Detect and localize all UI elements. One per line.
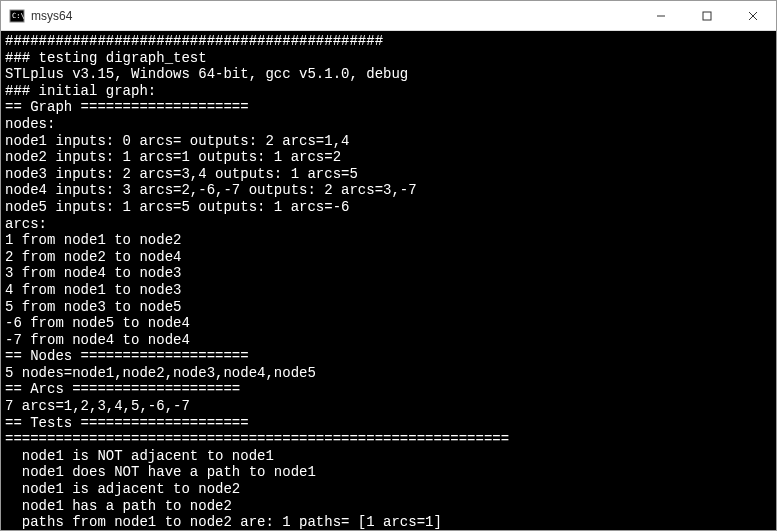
terminal-line: == Tests ==================== [5,415,772,432]
app-window: C:\ msys64 #############################… [0,0,777,531]
terminal-line: paths from node1 to node2 are: 1 paths= … [5,514,772,530]
terminal-line: ========================================… [5,431,772,448]
terminal-line: == Nodes ==================== [5,348,772,365]
terminal-line: node5 inputs: 1 arcs=5 outputs: 1 arcs=-… [5,199,772,216]
terminal-line: node3 inputs: 2 arcs=3,4 outputs: 1 arcs… [5,166,772,183]
terminal-line: 4 from node1 to node3 [5,282,772,299]
terminal-line: 5 from node3 to node5 [5,299,772,316]
terminal-line: ########################################… [5,33,772,50]
terminal-line: node1 is adjacent to node2 [5,481,772,498]
window-title: msys64 [31,9,638,23]
minimize-button[interactable] [638,1,684,30]
terminal-line: node1 inputs: 0 arcs= outputs: 2 arcs=1,… [5,133,772,150]
terminal-line: 5 nodes=node1,node2,node3,node4,node5 [5,365,772,382]
terminal-line: node1 has a path to node2 [5,498,772,515]
terminal-line: nodes: [5,116,772,133]
terminal-line: node1 is NOT adjacent to node1 [5,448,772,465]
terminal-output[interactable]: ########################################… [1,31,776,530]
terminal-line: == Arcs ==================== [5,381,772,398]
titlebar[interactable]: C:\ msys64 [1,1,776,31]
terminal-line: node1 does NOT have a path to node1 [5,464,772,481]
terminal-line: 3 from node4 to node3 [5,265,772,282]
terminal-line: 1 from node1 to node2 [5,232,772,249]
terminal-line: -7 from node4 to node4 [5,332,772,349]
svg-rect-3 [703,12,711,20]
svg-text:C:\: C:\ [12,12,25,20]
terminal-icon: C:\ [9,8,25,24]
terminal-line: node4 inputs: 3 arcs=2,-6,-7 outputs: 2 … [5,182,772,199]
terminal-line: STLplus v3.15, Windows 64-bit, gcc v5.1.… [5,66,772,83]
terminal-line: 2 from node2 to node4 [5,249,772,266]
terminal-line: node2 inputs: 1 arcs=1 outputs: 1 arcs=2 [5,149,772,166]
terminal-line: 7 arcs=1,2,3,4,5,-6,-7 [5,398,772,415]
close-button[interactable] [730,1,776,30]
terminal-line: == Graph ==================== [5,99,772,116]
terminal-line: arcs: [5,216,772,233]
terminal-line: -6 from node5 to node4 [5,315,772,332]
window-controls [638,1,776,30]
terminal-line: ### initial graph: [5,83,772,100]
terminal-line: ### testing digraph_test [5,50,772,67]
maximize-button[interactable] [684,1,730,30]
